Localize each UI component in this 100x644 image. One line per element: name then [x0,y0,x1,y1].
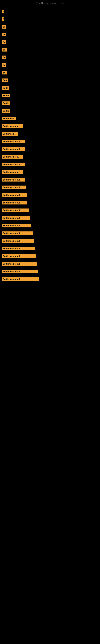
list-item: Bot [0,69,100,76]
bottleneck-badge[interactable]: Bottleneck result [1,239,34,243]
bottleneck-badge[interactable]: Bot [1,48,7,52]
list-item: Bottleneck result [0,176,100,184]
list-item: Bottleneck result [0,237,100,245]
list-item: Bot [0,46,100,54]
list-item: Bottle [0,92,100,100]
bottleneck-badge[interactable]: Bottleneck resu [1,124,23,128]
bottleneck-badge[interactable]: Bottleneck result [1,140,25,143]
list-item: Bottleneck result [0,222,100,230]
bottleneck-badge[interactable]: Bo [1,25,6,28]
list-item: Bottleneck resu [0,122,100,130]
list-item: Bo [0,30,100,38]
bottleneck-badge[interactable]: Bottleneck result [1,262,37,266]
list-item: Bottleneck result [0,214,100,222]
bottleneck-badge[interactable]: Bottleneck result [1,224,31,228]
bottleneck-badge[interactable]: Bottleneck result [1,232,33,235]
bottleneck-badge[interactable]: Bottle [1,94,10,98]
list-item: Bottleneck result [0,260,100,268]
bottleneck-badge[interactable]: Bottleneck result [1,216,30,220]
list-item: Bottleneck result [0,275,100,283]
list-item: Bottl [0,84,100,92]
list-item: Bottleneck [0,115,100,122]
bottleneck-badge[interactable]: Bo [1,32,6,36]
list-item: Bottleneck result [0,206,100,214]
list-item: Bottleneck result [0,268,100,275]
list-item: Bottleneck result [0,199,100,206]
bottleneck-badge[interactable]: B [1,10,4,13]
list-item: Bottle [0,107,100,115]
list-item: Bottleneck result [0,138,100,145]
bottleneck-badge[interactable]: Bottleneck result [1,178,25,182]
list-item: Bott [0,76,100,84]
list-item: Bottleneck result [0,191,100,199]
bottleneck-badge[interactable]: Bottleneck result [1,270,38,273]
bottleneck-badge[interactable]: Bottle [1,109,10,113]
list-item: Bo [0,23,100,30]
bottleneck-badge[interactable]: B [1,17,4,21]
items-container: BBBoBoBoBotBoBoBotBottBottlBottleBottleB… [0,6,100,285]
list-item: Bottle [0,100,100,107]
bottleneck-badge[interactable]: Bottleneck result [1,186,26,189]
bottleneck-badge[interactable]: Bottleneck resu [1,170,23,174]
bottleneck-badge[interactable]: Bott [1,78,8,82]
site-title: TheBottlenecker.com [0,0,100,6]
bottleneck-badge[interactable]: Bottleneck result [1,147,25,151]
list-item: Bo [0,61,100,69]
bottleneck-badge[interactable]: Bot [1,71,7,74]
bottleneck-badge[interactable]: Bottleneck resu [1,155,23,158]
list-item: Bottleneck resu [0,153,100,160]
bottleneck-badge[interactable]: Bo [1,40,6,44]
bottleneck-badge[interactable]: Bottleneck result [1,193,27,197]
bottleneck-badge[interactable]: Bottleneck result [1,208,29,212]
bottleneck-badge[interactable]: Bottle [1,102,10,105]
bottleneck-badge[interactable]: Bo [1,63,6,67]
list-item: Bottleneck result [0,145,100,153]
list-item: Bo [0,38,100,46]
bottleneck-badge[interactable]: Bottleneck r [1,132,18,136]
bottleneck-badge[interactable]: Bottleneck [1,117,16,120]
list-item: Bottleneck result [0,184,100,191]
list-item: Bottleneck result [0,230,100,237]
list-item: Bottleneck r [0,130,100,138]
bottleneck-badge[interactable]: Bo [1,56,6,59]
bottleneck-badge[interactable]: Bottleneck result [1,277,39,281]
bottleneck-badge[interactable]: Bottleneck result [1,201,27,204]
list-item: Bo [0,54,100,61]
list-item: Bottleneck result [0,245,100,252]
list-item: Bottleneck result [0,160,100,168]
bottleneck-badge[interactable]: Bottleneck result [1,254,36,258]
list-item: Bottleneck result [0,252,100,260]
bottleneck-badge[interactable]: Bottl [1,86,9,90]
bottleneck-badge[interactable]: Bottleneck result [1,162,25,166]
bottleneck-badge[interactable]: Bottleneck result [1,247,35,250]
list-item: B [0,8,100,15]
list-item: Bottleneck resu [0,168,100,176]
list-item: B [0,15,100,23]
